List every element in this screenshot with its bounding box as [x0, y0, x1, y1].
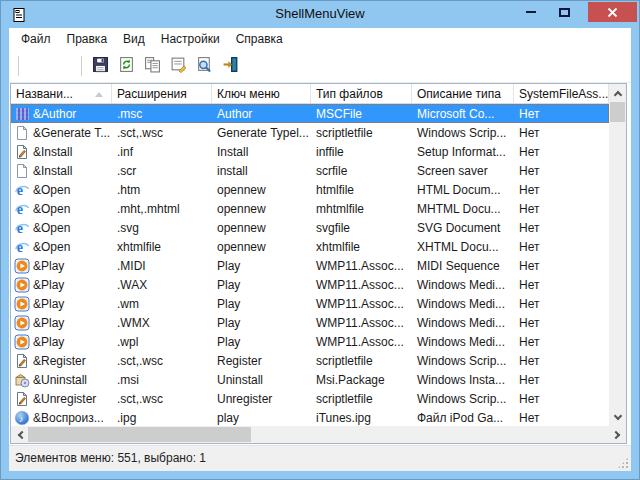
table-row[interactable]: e&OpenxhtmlfileopennewxhtmlfileXHTML Doc…	[11, 237, 609, 256]
cell-file-type: scrfile	[311, 161, 412, 180]
resize-grip[interactable]	[617, 457, 629, 469]
column-header-label: Расширения	[117, 87, 187, 101]
save-button[interactable]	[87, 54, 113, 78]
cell-text: Нет	[519, 164, 539, 178]
cell-name: e&Open	[11, 180, 112, 199]
table-row[interactable]: &Play.wplPlayWMP11.Assoc...Windows Medi.…	[11, 332, 609, 351]
copy-button[interactable]	[139, 54, 165, 78]
cell-system-file-assoc: Нет	[514, 237, 609, 256]
sort-ascending-icon	[95, 92, 103, 97]
toolbar	[9, 50, 631, 83]
column-header-label: SystemFileAss...	[519, 87, 608, 101]
cell-extensions: .sct,.wsc	[112, 351, 212, 370]
cell-type-description: XHTML Docu...	[412, 237, 514, 256]
cell-text: Нет	[519, 221, 539, 235]
column-header-name[interactable]: Названи...	[11, 84, 112, 103]
vertical-scroll-thumb[interactable]	[610, 102, 625, 122]
column-header-label: Описание типа	[417, 87, 501, 101]
cell-text: .WMX	[117, 316, 150, 330]
cell-text: &Author	[33, 107, 76, 121]
script-icon	[14, 391, 30, 407]
menu-items-table: Названи...РасширенияКлюч менюТип файловО…	[10, 83, 627, 444]
column-header-file-type[interactable]: Тип файлов	[311, 84, 412, 103]
cell-text: SVG Document	[417, 221, 500, 235]
table-row[interactable]: &Uninstall.msiUninstallMsi.PackageWindow…	[11, 370, 609, 389]
column-header-menu-key[interactable]: Ключ меню	[212, 84, 311, 103]
cell-system-file-assoc: Нет	[514, 370, 609, 389]
table-row[interactable]: e&Open.svgopennewsvgfileSVG DocumentНет	[11, 218, 609, 237]
scroll-down-button[interactable]	[609, 409, 626, 426]
disable-red-ball-button[interactable]	[24, 54, 50, 78]
cell-text: play	[217, 411, 239, 425]
vertical-scrollbar[interactable]	[609, 84, 626, 426]
cell-file-type: MSCFile	[311, 104, 412, 123]
horizontal-scroll-thumb[interactable]	[28, 427, 251, 442]
refresh-button[interactable]	[113, 54, 139, 78]
cell-text: iTunes.ipg	[316, 411, 371, 425]
cell-type-description: MIDI Sequence	[412, 256, 514, 275]
cell-menu-key: Uninstall	[212, 370, 311, 389]
table-row[interactable]: &Play.MIDIPlayWMP11.Assoc...MIDI Sequenc…	[11, 256, 609, 275]
cell-text: install	[217, 164, 248, 178]
horizontal-scrollbar[interactable]	[11, 426, 626, 443]
cell-text: &Generate T...	[33, 126, 110, 140]
cell-text: svgfile	[316, 221, 350, 235]
cell-file-type: mhtmlfile	[311, 199, 412, 218]
cell-text: Нет	[519, 259, 539, 273]
menu-item-5[interactable]: Справка	[228, 28, 291, 50]
table-row[interactable]: &Register.sct,.wscRegisterscriptletfileW…	[11, 351, 609, 370]
svg-text:e: e	[17, 221, 23, 236]
minimize-button[interactable]	[518, 2, 544, 22]
menu-item-1[interactable]: Файл	[13, 28, 59, 50]
scroll-right-button[interactable]	[609, 426, 626, 443]
cell-text: MSCFile	[316, 107, 362, 121]
scroll-up-button[interactable]	[609, 84, 626, 101]
menu-item-4[interactable]: Настройки	[153, 28, 228, 50]
cell-type-description: Windows Medi...	[412, 275, 514, 294]
cell-name: &Uninstall	[11, 370, 112, 389]
cell-system-file-assoc: Нет	[514, 256, 609, 275]
cell-text: scrfile	[316, 164, 347, 178]
menu-item-3[interactable]: Вид	[115, 28, 153, 50]
cell-system-file-assoc: Нет	[514, 294, 609, 313]
cell-text: Нет	[519, 316, 539, 330]
menu-item-2[interactable]: Правка	[59, 28, 116, 50]
table-row[interactable]: e&Open.mht,.mhtmlopennewmhtmlfileMHTML D…	[11, 199, 609, 218]
table-row[interactable]: e&Open.htmopennewhtmlfileHTML Docum...Не…	[11, 180, 609, 199]
scroll-left-button[interactable]	[11, 426, 28, 443]
column-header-extensions[interactable]: Расширения	[112, 84, 212, 103]
cell-text: WMP11.Assoc...	[316, 278, 404, 292]
table-row[interactable]: &Play.WMXPlayWMP11.Assoc...Windows Medi.…	[11, 313, 609, 332]
table-row[interactable]: &Install.scrinstallscrfileScreen saverНе…	[11, 161, 609, 180]
enable-green-ball-button[interactable]	[50, 54, 76, 78]
cell-menu-key: opennew	[212, 180, 311, 199]
table-row[interactable]: &Generate T....sct,.wscGenerate Typel...…	[11, 123, 609, 142]
script-icon	[14, 353, 30, 369]
document-icon	[14, 163, 30, 179]
cell-text: WMP11.Assoc...	[316, 297, 404, 311]
cell-name: &Author	[11, 104, 112, 123]
maximize-button[interactable]	[551, 2, 577, 22]
cell-text: Register	[217, 354, 262, 368]
table-row[interactable]: &Install.infInstallinffileSetup Informat…	[11, 142, 609, 161]
cell-text: &Play	[33, 335, 64, 349]
cell-text: Install	[217, 145, 248, 159]
table-row[interactable]: &Unregister.sct,.wscUnregisterscriptletf…	[11, 389, 609, 408]
cell-name: &Play	[11, 256, 112, 275]
cell-extensions: .svg	[112, 218, 212, 237]
table-row[interactable]: ♪&Воспроиз....ipgplayiTunes.ipgФайл iPod…	[11, 408, 609, 426]
cell-type-description: MHTML Docu...	[412, 199, 514, 218]
cell-text: Windows Scrip...	[417, 354, 506, 368]
find-button[interactable]	[191, 54, 217, 78]
horizontal-scroll-track[interactable]	[28, 426, 609, 443]
column-header-system-file-assoc[interactable]: SystemFileAss...	[514, 84, 609, 103]
exit-button[interactable]	[217, 54, 243, 78]
table-row[interactable]: &Play.WAXPlayWMP11.Assoc...Windows Medi.…	[11, 275, 609, 294]
properties-button[interactable]	[165, 54, 191, 78]
table-row[interactable]: &Play.wmPlayWMP11.Assoc...Windows Medi..…	[11, 294, 609, 313]
cell-type-description: Файл iPod Ga...	[412, 408, 514, 426]
table-row[interactable]: &Author.mscAuthorMSCFileMicrosoft Co...Н…	[11, 104, 609, 123]
close-button[interactable]	[588, 2, 637, 22]
column-header-type-description[interactable]: Описание типа	[412, 84, 514, 103]
cell-name: &Play	[11, 294, 112, 313]
